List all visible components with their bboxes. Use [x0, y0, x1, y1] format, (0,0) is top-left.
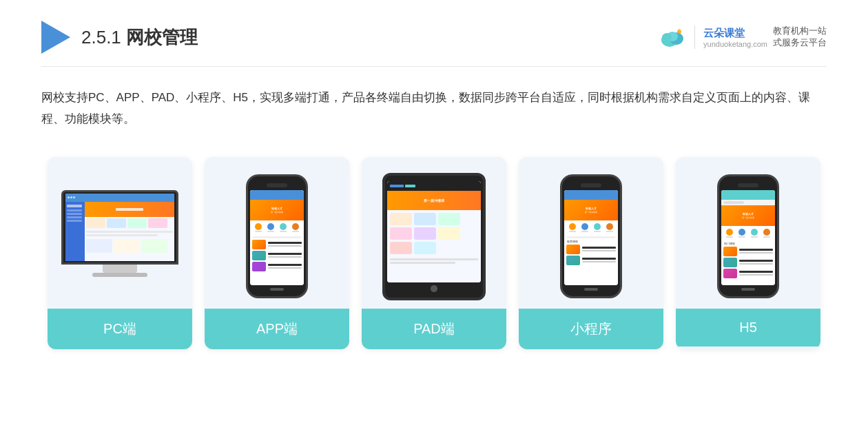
h5-icon-label-4 — [763, 236, 770, 238]
ph-course-title-1 — [268, 242, 302, 244]
page-container: 2.5.1 网校管理 云朵课堂 yunduoketang.com 教育 — [0, 0, 868, 434]
card-miniapp-label: 小程序 — [570, 321, 612, 336]
h5-icon-label-2 — [738, 236, 745, 238]
miniapp-icon-1 — [569, 223, 576, 232]
ph-icon-circle-4 — [292, 223, 299, 230]
card-pc-image — [48, 157, 192, 309]
miniapp-course-title-1 — [582, 247, 616, 249]
tablet-screen: 第一届冲撞课 — [387, 181, 481, 283]
description-text: 网校支持PC、APP、PAD、小程序、H5，实现多端打通，产品各终端自由切换，数… — [41, 87, 827, 130]
h5-course-info-2 — [739, 260, 773, 265]
ph-course-title-3 — [268, 264, 302, 266]
phone-miniapp-icon: 轻速人才 第一届冲撞课 — [560, 174, 622, 298]
card-miniapp-image: 轻速人才 第一届冲撞课 — [519, 157, 663, 309]
card-h5-image: 轻速人才 第一届冲撞课 — [676, 157, 820, 309]
ph-course-sub-2 — [268, 256, 302, 258]
miniapp-phone-home — [584, 288, 598, 291]
ph-course-3 — [252, 262, 302, 271]
tablet-home-button — [431, 285, 437, 291]
h5-course-info-3 — [739, 271, 773, 276]
miniapp-course-2 — [566, 256, 616, 265]
miniapp-course-img-1 — [566, 245, 580, 254]
card-h5: 轻速人才 第一届冲撞课 — [676, 157, 820, 349]
h5-course-img-2 — [723, 258, 737, 267]
h5-course-1 — [723, 247, 773, 256]
h5-icon-circle-4 — [763, 229, 770, 236]
card-h5-label: H5 — [739, 320, 757, 335]
monitor-screen-outer — [61, 190, 178, 265]
card-miniapp-label-area: 小程序 — [519, 309, 663, 349]
miniapp-icon-label-4 — [606, 231, 613, 232]
h5-icon-label-3 — [751, 236, 758, 238]
ph-icon-label-1 — [255, 231, 262, 232]
h5-icon-circle-2 — [738, 229, 745, 236]
miniapp-icon-2 — [581, 223, 588, 232]
ph-course-1 — [252, 240, 302, 249]
miniapp-screen-content: 轻速人才 第一届冲撞课 — [564, 190, 618, 286]
phone-h5-notch — [738, 183, 758, 187]
card-h5-label-area: H5 — [676, 309, 820, 347]
h5-course-title-1 — [739, 249, 773, 251]
ph-course-title-2 — [268, 253, 302, 255]
ph-banner: 轻速人才 第一届冲撞课 — [250, 200, 304, 220]
dot2 — [70, 196, 72, 198]
phone-app-icon: 轻速人才 第一届冲撞课 — [246, 174, 308, 298]
h5-course-sub-2 — [739, 263, 773, 265]
app-screen-content: 轻速人才 第一届冲撞课 — [250, 190, 304, 286]
miniapp-icon-label-3 — [594, 231, 601, 232]
ph-icon-2 — [267, 223, 274, 232]
phone-miniapp-screen: 轻速人才 第一届冲撞课 — [564, 190, 618, 286]
svg-point-3 — [662, 33, 672, 41]
h5-course-sub-3 — [739, 274, 773, 276]
ph-course-img-3 — [252, 262, 266, 271]
h5-course-title-2 — [739, 260, 773, 262]
miniapp-course-1 — [566, 245, 616, 254]
h5-screen-content: 轻速人才 第一届冲撞课 — [721, 190, 775, 286]
h5-icon-label-1 — [726, 236, 733, 238]
ph-course-img-2 — [252, 251, 266, 260]
card-pc: PC端 — [48, 157, 192, 349]
ph-course-info-2 — [268, 253, 302, 258]
brand-cloud-icon — [657, 25, 688, 50]
brand-tagline-line1: 教育机构一站 — [773, 25, 827, 37]
logo-triangle-icon — [41, 21, 70, 54]
ph-course-img-1 — [252, 240, 266, 249]
pc-screen-header — [65, 194, 174, 202]
h5-course-img-1 — [723, 247, 737, 256]
h5-banner: 轻速人才 第一届冲撞课 — [721, 205, 775, 226]
miniapp-icon-circle-3 — [594, 223, 601, 230]
miniapp-icon-circle-1 — [569, 223, 576, 230]
monitor-screen-inner — [65, 194, 174, 261]
page-title: 2.5.1 网校管理 — [81, 25, 198, 50]
miniapp-icon-4 — [606, 223, 613, 232]
h5-icons-row — [721, 226, 775, 240]
ph-icon-circle-2 — [267, 223, 274, 230]
phone-h5-icon: 轻速人才 第一届冲撞课 — [717, 174, 779, 298]
brand-name: 云朵课堂 — [703, 27, 767, 40]
ph-icon-4 — [292, 223, 299, 232]
brand-tagline: 教育机构一站 式服务云平台 — [773, 25, 827, 49]
ph-icon-1 — [255, 223, 262, 232]
h5-icon-circle-1 — [726, 229, 733, 236]
miniapp-course-img-2 — [566, 256, 580, 265]
dot3 — [73, 196, 75, 198]
ph-icons-row — [250, 220, 304, 235]
ph-course-info-3 — [268, 264, 302, 269]
h5-icon-2 — [738, 229, 745, 238]
ph-icon-label-2 — [267, 231, 274, 232]
brand-text: 云朵课堂 yunduoketang.com — [703, 27, 767, 48]
h5-course-img-3 — [723, 269, 737, 278]
h5-icon-4 — [763, 229, 770, 238]
card-app-label-area: APP端 — [205, 309, 349, 349]
h5-course-2 — [723, 258, 773, 267]
phone-app-screen: 轻速人才 第一届冲撞课 — [250, 190, 304, 286]
brand-info: 云朵课堂 yunduoketang.com 教育机构一站 式服务云平台 — [694, 25, 827, 49]
pc-screen-content — [65, 194, 174, 261]
ph-top-bar — [250, 190, 304, 200]
card-app: 轻速人才 第一届冲撞课 — [205, 157, 349, 349]
card-app-image: 轻速人才 第一届冲撞课 — [205, 157, 349, 309]
miniapp-icon-3 — [594, 223, 601, 232]
h5-course-title-3 — [739, 271, 773, 273]
miniapp-course-info-1 — [582, 247, 616, 251]
miniapp-icon-label-2 — [581, 231, 588, 232]
